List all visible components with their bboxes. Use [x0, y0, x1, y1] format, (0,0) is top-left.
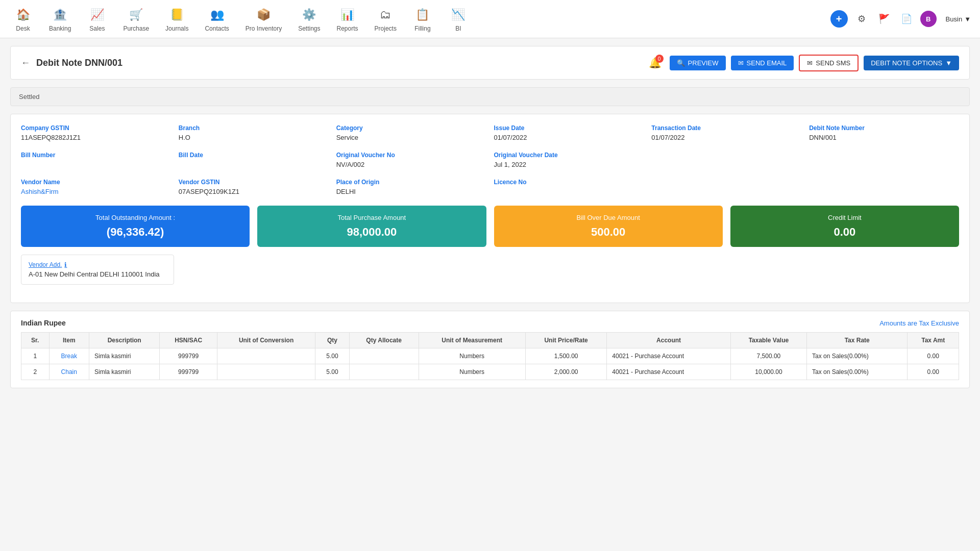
business-label: Busin — [946, 15, 963, 23]
vendor-name-label: Vendor Name — [21, 179, 171, 186]
back-button[interactable]: ← — [21, 58, 30, 68]
nav-label-filling: Filling — [414, 25, 430, 32]
nav-label-desk: Desk — [16, 25, 30, 32]
nav-item-projects[interactable]: 🗂 Projects — [366, 2, 405, 36]
cell-hsn: 999799 — [160, 348, 217, 364]
nav-label-pro-inventory: Pro Inventory — [246, 25, 282, 32]
debit-note-options-button[interactable]: DEBIT NOTE OPTIONS ▼ — [864, 56, 959, 70]
main-content: ← Debit Note DNN/001 🔔 0 🔍 PREVIEW ✉ SEN… — [0, 38, 980, 396]
cell-account: 40021 - Purchase Account — [607, 364, 730, 380]
cell-unit-price: 1,500.00 — [525, 348, 606, 364]
nav-label-contacts: Contacts — [205, 25, 229, 32]
flag-icon[interactable]: 🚩 — [875, 10, 893, 28]
original-voucher-date-field: Original Voucher Date Jul 1, 2022 — [494, 152, 644, 168]
nav-label-projects: Projects — [375, 25, 397, 32]
add-new-button[interactable]: + — [830, 10, 848, 28]
licence-no-field: Licence No — [494, 179, 644, 195]
col-unit-price: Unit Price/Rate — [525, 333, 606, 348]
transaction-date-value: 01/07/2022 — [651, 134, 801, 141]
bill-number-label: Bill Number — [21, 152, 171, 159]
empty-field-2 — [809, 152, 959, 168]
nav-item-bi[interactable]: 📉 BI — [440, 2, 476, 36]
col-qty-allocate: Qty Allocate — [349, 333, 419, 348]
cell-sr: 2 — [21, 364, 50, 380]
nav-item-contacts[interactable]: 👥 Contacts — [197, 2, 237, 36]
nav-item-filling[interactable]: 📋 Filling — [405, 2, 440, 36]
nav-item-sales[interactable]: 📈 Sales — [79, 2, 115, 36]
empty-field-4 — [809, 179, 959, 195]
settings-icon: ⚙️ — [300, 6, 318, 24]
send-email-button[interactable]: ✉ SEND EMAIL — [731, 56, 794, 70]
issue-date-value: 01/07/2022 — [494, 134, 644, 141]
col-tax-rate: Tax Rate — [806, 333, 907, 348]
detail-grid-row1: Company GSTIN 11ASEPQ8282J1Z1 Branch H.O… — [21, 124, 959, 141]
page-header: ← Debit Note DNN/001 🔔 0 🔍 PREVIEW ✉ SEN… — [10, 46, 970, 80]
status-text: Settled — [19, 93, 39, 101]
page-title: Debit Note DNN/001 — [36, 58, 646, 68]
journals-icon: 📒 — [168, 6, 186, 24]
vendor-address-link[interactable]: Vendor Add. ℹ — [29, 261, 166, 268]
avatar[interactable]: B — [920, 11, 937, 27]
place-of-origin-value: DELHI — [336, 188, 486, 195]
category-field: Category Service — [336, 124, 486, 141]
desk-icon: 🏠 — [14, 6, 32, 24]
cell-item[interactable]: Break — [49, 348, 89, 364]
vendor-gstin-value: 07ASEPQ2109K1Z1 — [179, 188, 329, 195]
credit-limit-label: Credit Limit — [739, 214, 951, 221]
nav-item-purchase[interactable]: 🛒 Purchase — [115, 2, 157, 36]
nav-item-banking[interactable]: 🏦 Banking — [41, 2, 79, 36]
empty-field-1 — [651, 152, 801, 168]
vendor-gstin-field: Vendor GSTIN 07ASEPQ2109K1Z1 — [179, 179, 329, 195]
credit-limit-value: 0.00 — [739, 226, 951, 239]
debit-note-number-field: Debit Note Number DNN/001 — [809, 124, 959, 141]
debit-note-number-label: Debit Note Number — [809, 124, 959, 132]
nav-item-journals[interactable]: 📒 Journals — [157, 2, 197, 36]
nav-item-desk[interactable]: 🏠 Desk — [5, 2, 41, 36]
nav-menu: 🏠 Desk 🏦 Banking 📈 Sales 🛒 Purchase 📒 Jo… — [5, 2, 830, 36]
nav-item-pro-inventory[interactable]: 📦 Pro Inventory — [237, 2, 290, 36]
licence-no-label: Licence No — [494, 179, 644, 186]
col-description: Description — [89, 333, 159, 348]
top-navigation: 🏠 Desk 🏦 Banking 📈 Sales 🛒 Purchase 📒 Jo… — [0, 0, 980, 38]
chevron-down-icon: ▼ — [964, 15, 971, 23]
cell-qty: 5.00 — [315, 364, 349, 380]
debit-note-number-value: DNN/001 — [809, 134, 959, 141]
pro-inventory-icon: 📦 — [254, 6, 273, 24]
document-icon[interactable]: 📄 — [898, 10, 915, 28]
col-tax-amt: Tax Amt — [908, 333, 959, 348]
credit-limit-card: Credit Limit 0.00 — [730, 206, 959, 247]
status-bar: Settled — [10, 87, 970, 106]
cell-item[interactable]: Chain — [49, 364, 89, 380]
nav-item-reports[interactable]: 📊 Reports — [329, 2, 366, 36]
preview-button[interactable]: 🔍 PREVIEW — [670, 56, 726, 70]
cell-unit-conversion — [217, 348, 315, 364]
company-gstin-label: Company GSTIN — [21, 124, 171, 132]
total-purchase-card: Total Purchase Amount 98,000.00 — [257, 206, 486, 247]
contacts-icon: 👥 — [208, 6, 226, 24]
detail-card: Company GSTIN 11ASEPQ8282J1Z1 Branch H.O… — [10, 114, 970, 303]
cell-qty-allocate — [349, 364, 419, 380]
filling-icon: 📋 — [413, 6, 432, 24]
bill-date-field: Bill Date — [179, 152, 329, 168]
nav-item-settings[interactable]: ⚙️ Settings — [290, 2, 328, 36]
projects-icon: 🗂 — [376, 6, 395, 24]
cell-unit-measurement: Numbers — [419, 348, 525, 364]
sales-icon: 📈 — [88, 6, 106, 24]
col-account: Account — [607, 333, 730, 348]
send-sms-button[interactable]: ✉ SEND SMS — [799, 55, 859, 71]
notification-button[interactable]: 🔔 0 — [646, 54, 665, 72]
gear-icon[interactable]: ⚙ — [853, 10, 870, 28]
preview-label: PREVIEW — [688, 59, 719, 67]
info-icon: ℹ — [64, 261, 67, 268]
vendor-gstin-label: Vendor GSTIN — [179, 179, 329, 186]
cell-unit-measurement: Numbers — [419, 364, 525, 380]
purchase-icon: 🛒 — [127, 6, 145, 24]
notification-badge: 0 — [655, 55, 664, 63]
vendor-name-value[interactable]: Ashish&Firm — [21, 188, 171, 195]
tax-exclusive-note: Amounts are Tax Exclusive — [879, 319, 959, 327]
category-label: Category — [336, 124, 486, 132]
sms-icon: ✉ — [807, 59, 813, 67]
branch-value: H.O — [179, 134, 329, 141]
business-dropdown[interactable]: Busin ▼ — [942, 13, 975, 25]
bi-icon: 📉 — [449, 6, 468, 24]
